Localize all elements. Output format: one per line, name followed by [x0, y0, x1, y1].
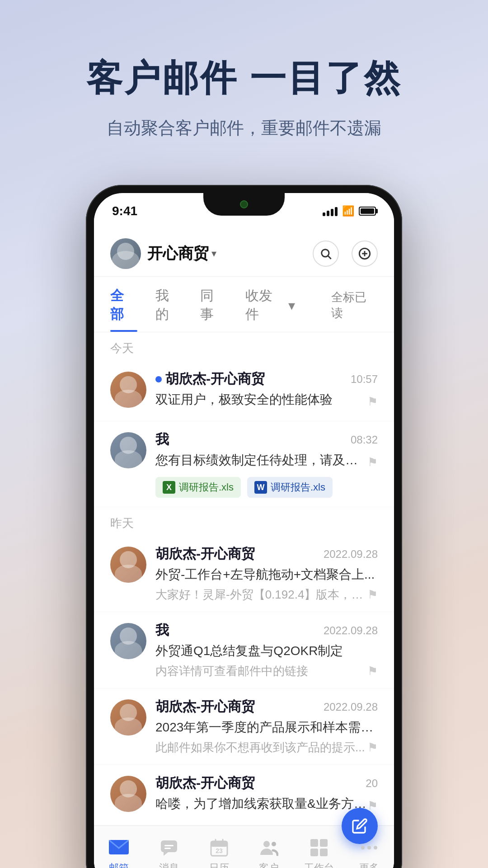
email-subject: 哈喽，为了增加线索获取量&业务方向的...	[155, 795, 367, 812]
avatar	[110, 432, 146, 468]
status-time: 9:41	[112, 204, 137, 218]
svg-point-15	[263, 841, 270, 847]
avatar	[110, 623, 146, 659]
email-sender: 胡欣杰-开心商贸	[155, 698, 255, 716]
email-content: 胡欣杰-开心商贸 2022.09.28 2023年第一季度的产品展示和样本需求.…	[155, 698, 378, 755]
avatar	[110, 776, 146, 812]
flag-icon[interactable]: ⚑	[367, 395, 378, 409]
svg-line-1	[328, 256, 331, 259]
people-icon	[258, 837, 280, 859]
email-attachments: X 调研报告.xls W 调研报告.xls	[155, 477, 378, 498]
avatar	[110, 547, 146, 583]
calendar-icon: 23	[208, 837, 230, 859]
svg-point-16	[272, 842, 276, 846]
tab-dropdown-arrow-icon: ▾	[288, 297, 295, 313]
avatar[interactable]	[110, 238, 141, 269]
flag-icon[interactable]: ⚑	[367, 664, 378, 678]
page-title: 客户邮件 一目了然	[27, 54, 461, 103]
svg-rect-11	[211, 841, 227, 847]
email-preview: 此邮件如果你不想再收到该产品的提示...	[155, 740, 365, 755]
add-button[interactable]	[352, 241, 378, 267]
email-item[interactable]: 胡欣杰-开心商贸 10:57 双证用户，极致安全的性能体验 ⚑	[94, 361, 394, 421]
app-header: 开心商贸 ▾	[94, 229, 394, 277]
email-preview: 内容详情可查看邮件中的链接	[155, 663, 308, 679]
attachment-name: 调研报告.xls	[179, 481, 234, 494]
flag-icon[interactable]: ⚑	[367, 588, 378, 602]
signal-icon	[323, 206, 338, 216]
search-button[interactable]	[313, 241, 339, 267]
email-item[interactable]: 我 08:32 您有目标绩效制定任待处理，请及时添加... ⚑ X 调研报告.	[94, 421, 394, 507]
phone-screen: 9:41 📶	[94, 193, 394, 868]
app-screen: 开心商贸 ▾	[94, 229, 394, 868]
tab-sent-label: 收发件 ▾	[245, 287, 295, 324]
word-icon: W	[254, 481, 267, 494]
nav-item-mailbox[interactable]: 邮箱	[94, 833, 144, 868]
phone-frame: 9:41 📶	[86, 185, 402, 868]
email-sender: 胡欣杰-开心商贸	[155, 774, 255, 793]
flag-icon[interactable]: ⚑	[367, 741, 378, 755]
email-subject: 2023年第一季度的产品展示和样本需求...	[155, 719, 378, 736]
email-time: 2022.09.28	[324, 548, 378, 561]
chat-icon	[158, 837, 180, 859]
page-header: 客户邮件 一目了然 自动聚合客户邮件，重要邮件不遗漏	[0, 0, 488, 176]
phone-mockup: 9:41 📶	[0, 185, 488, 868]
svg-rect-8	[164, 845, 174, 846]
svg-text:23: 23	[216, 847, 223, 854]
email-time: 2022.09.28	[324, 701, 378, 713]
tab-all[interactable]: 全部	[110, 277, 137, 332]
email-preview: 大家好！灵犀-外贸【0.192.4】版本，经过...	[155, 587, 367, 603]
flag-icon[interactable]: ⚑	[367, 455, 378, 469]
email-subject: 您有目标绩效制定任待处理，请及时添加...	[155, 452, 367, 469]
section-yesterday-label: 昨天	[94, 507, 394, 536]
excel-icon: X	[163, 481, 175, 494]
email-content: 胡欣杰-开心商贸 10:57 双证用户，极致安全的性能体验 ⚑	[155, 370, 378, 412]
tab-sent-received[interactable]: 收发件 ▾	[245, 277, 295, 332]
email-item[interactable]: 我 2022.09.28 外贸通Q1总结复盘与Q2OKR制定 内容详情可查看邮件…	[94, 612, 394, 689]
email-time: 2022.09.28	[324, 624, 378, 637]
nav-item-customers[interactable]: 客户	[244, 833, 294, 868]
more-icon	[358, 837, 380, 859]
email-item[interactable]: 胡欣杰-开心商贸 2022.09.28 外贸-工作台+左导航拖动+文档聚合上..…	[94, 536, 394, 612]
email-sender: 我	[155, 430, 169, 449]
tab-colleagues[interactable]: 同事	[200, 277, 227, 332]
unread-dot	[155, 376, 162, 382]
company-name: 开心商贸	[147, 243, 209, 264]
company-selector[interactable]: 开心商贸 ▾	[147, 243, 216, 264]
svg-rect-9	[164, 848, 171, 849]
email-content: 我 08:32 您有目标绩效制定任待处理，请及时添加... ⚑ X 调研报告.	[155, 430, 378, 498]
wifi-icon: 📶	[342, 205, 354, 217]
notch	[203, 193, 285, 216]
dropdown-arrow-icon: ▾	[211, 248, 216, 259]
nav-label: 邮箱	[109, 861, 129, 868]
nav-label: 工作台	[304, 861, 334, 868]
email-content: 我 2022.09.28 外贸通Q1总结复盘与Q2OKR制定 内容详情可查看邮件…	[155, 621, 378, 679]
email-item[interactable]: 胡欣杰-开心商贸 2022.09.28 2023年第一季度的产品展示和样本需求.…	[94, 689, 394, 765]
avatar	[110, 372, 146, 408]
mark-all-read-button[interactable]: 全标已读	[331, 279, 378, 329]
grid-icon	[308, 837, 330, 859]
attachment-name: 调研报告.xls	[271, 481, 325, 494]
camera	[240, 200, 248, 208]
svg-marker-7	[164, 852, 168, 856]
edit-icon	[352, 818, 368, 834]
svg-point-0	[322, 250, 329, 257]
nav-item-workbench[interactable]: 工作台	[294, 833, 344, 868]
nav-label: 客户	[259, 861, 279, 868]
mail-icon	[108, 837, 130, 859]
status-bar: 9:41 📶	[94, 193, 394, 229]
section-today-label: 今天	[94, 332, 394, 361]
email-time: 20	[366, 777, 378, 790]
nav-label: 日历	[209, 861, 229, 868]
tabs-bar: 全部 我的 同事 收发件 ▾ 全标已读	[94, 277, 394, 332]
attachment-word[interactable]: W 调研报告.xls	[247, 477, 333, 498]
nav-item-calendar[interactable]: 23 日历	[194, 833, 244, 868]
app-header-left: 开心商贸 ▾	[110, 238, 216, 269]
email-subject: 外贸-工作台+左导航拖动+文档聚合上...	[155, 566, 378, 583]
status-icons: 📶	[323, 205, 376, 217]
tab-mine[interactable]: 我的	[155, 277, 183, 332]
nav-item-messages[interactable]: 消息	[144, 833, 194, 868]
email-sender: 我	[155, 621, 169, 640]
email-content: 胡欣杰-开心商贸 20 哈喽，为了增加线索获取量&业务方向的... ⚑	[155, 774, 378, 816]
battery-icon	[359, 207, 376, 216]
attachment-excel[interactable]: X 调研报告.xls	[155, 477, 241, 498]
